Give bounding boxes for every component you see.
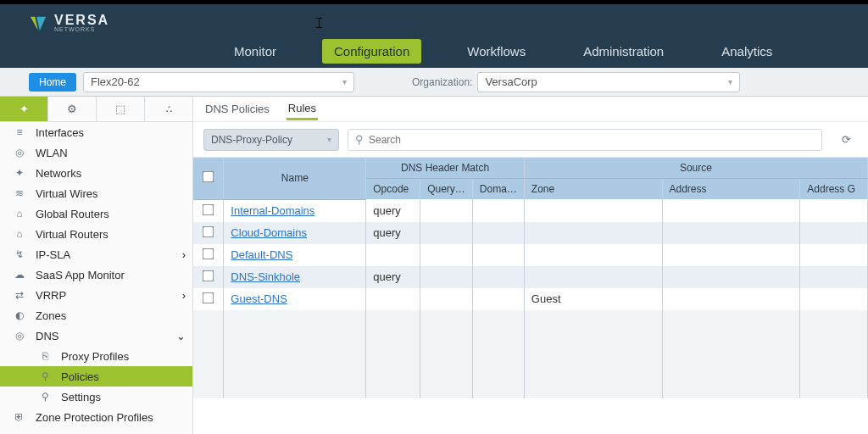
sidebar-item-saas-app-monitor[interactable]: ☁SaaS App Monitor [0,264,192,285]
row-checkbox[interactable] [203,203,214,215]
body: ✦ ⚙ ⬚ ⛬ ≡Interfaces◎WLAN✦Networks≋Virtua… [0,97,868,434]
nav-icon: ⌂ [12,228,27,240]
search-box[interactable]: ⚲ [348,129,822,151]
col-opcode: Opcode [366,179,420,200]
policy-select[interactable]: DNS-Proxy-Policy ▾ [203,129,339,151]
row-checkbox[interactable] [203,225,214,237]
sidebar-item-zones[interactable]: ◐Zones [0,305,192,326]
chevron-down-icon: ▾ [728,77,732,86]
row-checkbox[interactable] [203,248,214,259]
sidebar-subitem-proxy-profiles[interactable]: ⎘Proxy Profiles [0,346,192,366]
sidebar-item-label: IP-SLA [36,248,174,261]
sidebar-item-ip-sla[interactable]: ↯IP-SLA› [0,244,192,264]
sidebar-item-label: Networks [36,167,186,180]
inner-tabs: DNS PoliciesRules [193,97,868,122]
cube-icon: ⬚ [115,103,125,115]
col-doma: Doma… [472,179,524,200]
svg-marker-0 [31,16,38,30]
device-select[interactable]: Flex20-62 ▾ [83,72,354,92]
cell-addrg [800,244,868,266]
rule-link[interactable]: Guest-DNS [231,292,287,305]
nav-icon: ✦ [12,167,27,179]
search-input[interactable] [369,134,815,146]
cell-query [420,222,473,244]
mini-tab-gear[interactable]: ⚙ [48,97,97,121]
group-source: Source [524,158,867,179]
rules-table: NameDNS Header MatchSourceOpcodeQuery…Do… [193,158,868,434]
policy-value: DNS-Proxy-Policy [211,134,292,146]
cell-addrg [800,288,868,310]
table-row: DNS-Sinkholequery [193,266,868,288]
cell-address [662,244,800,266]
cell-query [420,288,473,310]
nav-icon: ⛨ [12,411,27,423]
cell-doma [472,288,524,310]
cell-doma [472,222,524,244]
sidebar-item-wlan[interactable]: ◎WLAN [0,142,192,163]
nav-icon: ⌂ [12,208,27,220]
users-icon: ⛬ [164,103,175,115]
row-checkbox[interactable] [203,270,214,281]
cell-query [420,199,473,222]
chevron-down-icon: ▾ [342,77,347,86]
cell-doma [472,199,524,222]
rule-link[interactable]: Default-DNS [231,248,292,261]
nav-icon: ◎ [12,330,27,342]
select-all-checkbox[interactable] [203,171,214,183]
nav-icon: ◎ [12,147,27,159]
cell-addrg [800,222,868,244]
sidebar-item-interfaces[interactable]: ≡Interfaces [0,122,192,142]
cell-zone [524,266,662,288]
cell-query [420,266,473,288]
sidebar-item-networks[interactable]: ✦Networks [0,163,192,183]
col-name: Name [224,158,366,199]
gear-icon: ⚙ [67,103,77,115]
refresh-icon[interactable]: ⟳ [842,133,858,146]
table-row [193,332,868,354]
nav-icon: ≡ [12,126,27,138]
inner-tab-rules[interactable]: Rules [287,98,318,120]
main-tab-configuration[interactable]: Configuration [322,39,421,64]
search-icon: ⚲ [355,133,364,146]
main-tab-analytics[interactable]: Analytics [709,39,784,64]
cell-address [662,266,800,288]
sidebar-item-virtual-routers[interactable]: ⌂Virtual Routers [0,224,192,244]
cell-zone [524,199,662,222]
chevron-icon: › [182,289,186,302]
row-checkbox[interactable] [203,292,214,303]
sidebar-item-label: Virtual Wires [36,187,186,200]
mini-tab-network[interactable]: ✦ [0,97,48,121]
nav-icon: ☁ [12,269,27,281]
cell-opcode: query [366,266,420,288]
mini-tab-cube[interactable]: ⬚ [97,97,145,121]
sidebar-item-label: WLAN [36,147,186,159]
main-tab-workflows[interactable]: Workflows [455,39,537,64]
sidebar-item-label: Global Routers [36,208,186,220]
nav-icon: ≋ [12,187,27,199]
sidebar-subitem-policies[interactable]: ⚲Policies [0,366,192,387]
nav-icon: ⎘ [37,350,53,362]
sidebar-subitem-settings[interactable]: ⚲Settings [0,387,192,407]
cell-address [662,288,800,310]
cell-doma [472,244,524,266]
rule-link[interactable]: Internal-Domains [231,204,314,217]
home-button[interactable]: Home [29,73,76,92]
sidebar-item-dns[interactable]: ◎DNS⌄ [0,326,192,346]
cell-zone [524,244,662,266]
sidebar-mini-tabs: ✦ ⚙ ⬚ ⛬ [0,97,192,122]
org-select[interactable]: VersaCorp ▾ [477,72,740,92]
col-address-group: Address G [800,179,868,200]
sidebar-item-class-of-service[interactable]: ◔Class of Service› [0,427,192,434]
inner-tab-dns-policies[interactable]: DNS Policies [203,99,271,119]
rule-link[interactable]: DNS-Sinkhole [231,270,300,283]
sidebar-item-virtual-wires[interactable]: ≋Virtual Wires [0,183,192,203]
rule-link[interactable]: Cloud-Domains [231,226,307,239]
main-tab-monitor[interactable]: Monitor [222,39,288,64]
mini-tab-users[interactable]: ⛬ [145,97,192,121]
sidebar-item-global-routers[interactable]: ⌂Global Routers [0,203,192,224]
main-tab-administration[interactable]: Administration [571,39,676,64]
nav-icon: ↯ [12,248,27,260]
sidebar-item-label: Zone Protection Profiles [36,411,186,424]
sidebar-item-vrrp[interactable]: ⇄VRRP› [0,285,192,305]
sidebar-item-zone-protection-profiles[interactable]: ⛨Zone Protection Profiles [0,407,192,427]
